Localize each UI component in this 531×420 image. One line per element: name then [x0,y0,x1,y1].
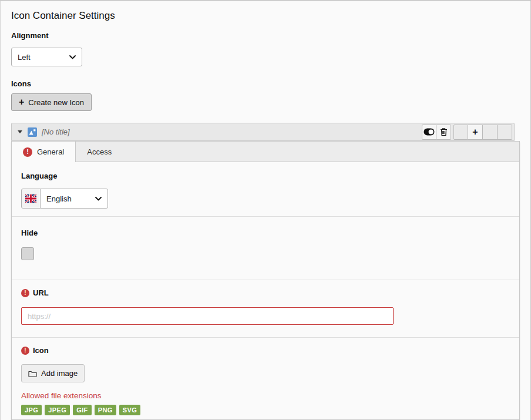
language-section: Language English [12,162,519,217]
url-section: ! URL [12,280,519,338]
create-new-icon-button[interactable]: + Create new Icon [11,93,92,111]
toggle-icon [424,128,435,136]
language-flag-addon [21,189,41,209]
extension-badge: PNG [95,405,116,415]
image-record-icon [28,127,37,137]
alignment-label: Alignment [11,31,519,40]
new-record-button[interactable]: + [468,125,483,140]
icon-record-panel: [No title] [11,123,520,420]
folder-icon [28,370,37,377]
record-body: ! General Access Language [11,141,520,420]
record-toolbar: + [422,125,512,140]
allowed-extensions-label: Allowed file extensions [21,391,510,400]
language-select-value: English [46,194,72,203]
extension-badge: SVG [119,405,140,415]
enable-toggle-button[interactable] [422,125,436,140]
page-title: Icon Container Settings [11,10,519,22]
record-actions-group-2: + [453,125,512,140]
collapse-caret-icon[interactable] [18,130,22,133]
trash-icon [440,127,448,136]
create-new-icon-label: Create new Icon [28,98,84,107]
chevron-down-icon [95,197,102,201]
record-tab-bar: ! General Access [12,142,519,162]
record-title: [No title] [42,127,70,136]
tab-general-label: General [37,147,64,156]
delete-button[interactable] [436,125,451,140]
icon-label: ! Icon [21,346,510,355]
hide-label: Hide [21,229,510,237]
url-input[interactable] [21,307,394,325]
extension-badges: JPG JPEG GIF PNG SVG [21,405,510,415]
chevron-down-icon [69,55,76,59]
hide-checkbox[interactable] [21,247,34,260]
icon-section: ! Icon Add image Allowed file extensions… [12,338,519,419]
tab-general[interactable]: ! General [12,142,76,162]
url-label-text: URL [33,288,49,297]
error-icon: ! [21,347,29,355]
icon-label-text: Icon [33,346,49,355]
tab-access[interactable]: Access [76,142,123,162]
error-icon: ! [23,147,32,157]
error-icon: ! [21,289,29,297]
extension-badge: JPEG [45,405,70,415]
record-actions-group-1 [422,125,451,140]
language-select[interactable]: English [40,189,108,209]
alignment-select[interactable]: Left [11,48,82,66]
extension-badge: JPG [21,405,42,415]
alignment-select-value: Left [18,53,31,62]
add-image-label: Add image [41,369,78,378]
url-label: ! URL [21,288,510,297]
tab-access-label: Access [87,147,112,156]
plus-icon: + [19,98,24,107]
disabled-action-slot [498,125,512,140]
plus-icon: + [472,127,478,137]
add-image-button[interactable]: Add image [21,364,85,382]
disabled-action-slot [483,125,498,140]
extension-badge: GIF [73,405,92,415]
language-label: Language [21,172,510,180]
record-header: [No title] [11,123,515,141]
icons-label: Icons [11,79,519,88]
settings-form: Icon Container Settings Alignment Left I… [1,1,530,420]
hide-section: Hide [12,217,519,280]
uk-flag-icon [25,194,36,203]
disabled-action-slot [453,125,468,140]
